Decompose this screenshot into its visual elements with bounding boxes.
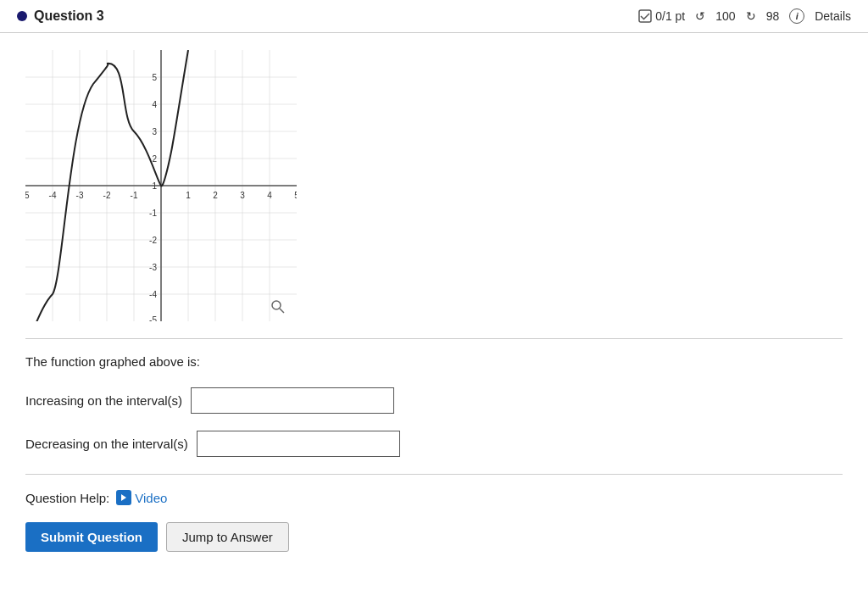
svg-text:2: 2 [213,191,218,200]
svg-text:4: 4 [152,100,157,109]
svg-text:-2: -2 [149,236,157,245]
svg-text:-5: -5 [25,191,30,200]
svg-text:3: 3 [152,127,157,136]
attempts-text: 98 [766,9,780,23]
svg-point-41 [272,301,281,309]
svg-text:1: 1 [186,191,191,200]
divider [25,338,843,339]
svg-text:-4: -4 [149,290,157,299]
video-label: Video [135,491,167,505]
decreasing-label: Decreasing on the interval(s) [25,437,188,451]
help-row: Question Help: Video [25,490,843,505]
undo-icon: ↺ [695,9,705,23]
svg-line-42 [280,309,284,313]
decreasing-input[interactable] [197,431,400,457]
time-text: 100 [715,9,735,23]
submit-button[interactable]: Submit Question [25,522,158,552]
top-bar: Question 3 0/1 pt ↺ 100 ↻ 98 i Details [0,0,868,33]
svg-text:5: 5 [152,73,157,82]
checkbox-icon [638,9,652,23]
svg-text:-2: -2 [103,191,111,200]
svg-text:3: 3 [240,191,245,200]
zoom-icon[interactable] [272,301,284,313]
decreasing-row: Decreasing on the interval(s) [25,431,843,457]
svg-text:-5: -5 [149,315,157,321]
svg-text:-4: -4 [49,191,57,200]
divider2 [25,474,843,475]
help-label: Question Help: [25,491,109,505]
button-row: Submit Question Jump to Answer [25,522,843,552]
svg-text:-1: -1 [131,191,138,200]
svg-text:-1: -1 [149,209,157,218]
video-link[interactable]: Video [116,490,167,505]
increasing-row: Increasing on the interval(s) [25,387,843,414]
score-text: 0/1 pt [655,9,685,23]
question-dot [17,11,27,21]
play-icon [116,490,131,505]
jump-to-answer-button[interactable]: Jump to Answer [166,522,289,552]
score-info: 0/1 pt [638,9,685,23]
question-text: The function graphed above is: [25,354,843,369]
info-icon[interactable]: i [789,8,804,24]
svg-text:5: 5 [294,191,297,200]
svg-text:2: 2 [152,154,157,164]
svg-text:4: 4 [267,191,272,200]
question-title: Question 3 [34,8,104,24]
details-label[interactable]: Details [815,9,851,23]
top-right-info: 0/1 pt ↺ 100 ↻ 98 i Details [638,8,851,24]
increasing-label: Increasing on the interval(s) [25,393,182,408]
graph-container: -5 -4 -3 -2 -1 1 2 3 4 5 5 4 3 2 1 -1 -2 [25,50,297,321]
svg-text:1: 1 [152,181,157,191]
question-label: Question 3 [17,8,104,24]
svg-text:-3: -3 [76,191,84,200]
redo-icon: ↻ [746,9,756,23]
main-content: -5 -4 -3 -2 -1 1 2 3 4 5 5 4 3 2 1 -1 -2 [0,33,868,569]
increasing-input[interactable] [191,387,394,414]
svg-text:-3: -3 [149,263,157,272]
function-graph: -5 -4 -3 -2 -1 1 2 3 4 5 5 4 3 2 1 -1 -2 [25,50,297,321]
